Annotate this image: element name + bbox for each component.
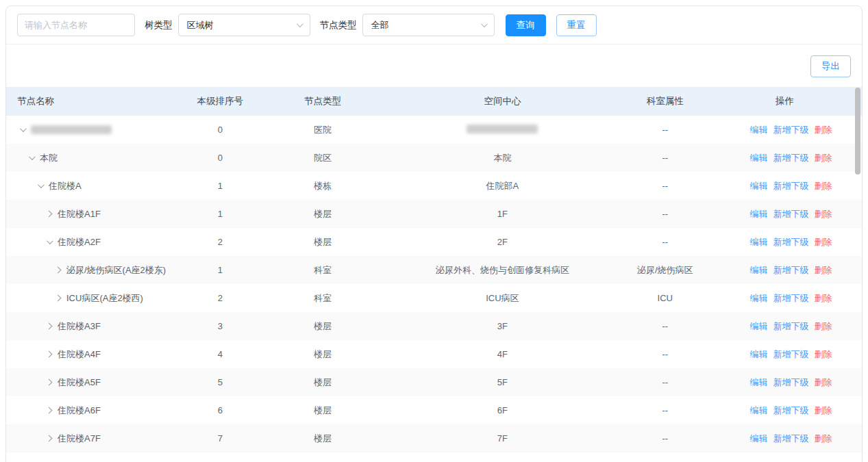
delete-link[interactable]: 删除 <box>815 377 832 387</box>
node-type-cell: 楼层 <box>263 424 383 452</box>
delete-link[interactable]: 删除 <box>815 209 832 219</box>
expand-icon[interactable] <box>46 211 53 218</box>
add-child-link[interactable]: 新增下级 <box>773 321 809 331</box>
delete-link[interactable]: 删除 <box>815 237 832 247</box>
export-button[interactable]: 导出 <box>810 55 851 77</box>
node-name-input[interactable] <box>17 14 135 36</box>
add-child-link[interactable]: 新增下级 <box>773 433 809 444</box>
actions-cell: 编辑新增下级删除 <box>708 116 862 144</box>
node-name: 住院楼A6F <box>58 405 101 417</box>
node-type-cell: 医院 <box>263 116 383 144</box>
node-name: 住院楼A3F <box>58 320 101 333</box>
edit-link[interactable]: 编辑 <box>750 153 768 163</box>
node-name-cell: 本院 <box>6 144 177 172</box>
table-row: 住院楼A1楼栋住院部A--编辑新增下级删除 <box>6 172 862 200</box>
actions-cell: 编辑新增下级删除 <box>708 312 862 340</box>
scrollbar-thumb[interactable] <box>855 88 860 175</box>
table-row: 住院楼A6F6楼层6F--编辑新增下级删除 <box>6 396 862 424</box>
node-type-select[interactable]: 全部 <box>362 14 495 36</box>
table-row: 住院楼A1F1楼层1F--编辑新增下级删除 <box>6 200 862 228</box>
add-child-link[interactable]: 新增下级 <box>773 125 809 135</box>
delete-link[interactable]: 删除 <box>815 293 832 303</box>
edit-link[interactable]: 编辑 <box>750 405 768 415</box>
node-name-cell: 住院楼A2F <box>6 228 177 256</box>
dept-attr-cell: -- <box>622 144 708 172</box>
delete-link[interactable]: 删除 <box>815 265 832 275</box>
node-name-cell: 泌尿/烧伤病区(A座2楼东) <box>6 256 177 284</box>
expand-icon[interactable] <box>46 407 53 414</box>
dept-attr-cell: -- <box>622 312 708 340</box>
delete-link[interactable]: 删除 <box>815 433 832 444</box>
add-child-link[interactable]: 新增下级 <box>773 265 809 275</box>
tree-type-value: 区域树 <box>187 19 214 31</box>
delete-link[interactable]: 删除 <box>815 153 832 163</box>
reset-button[interactable]: 重置 <box>556 14 597 36</box>
expand-icon[interactable] <box>46 435 53 442</box>
search-button[interactable]: 查询 <box>506 14 546 36</box>
expand-icon[interactable] <box>55 295 62 302</box>
delete-link[interactable]: 删除 <box>815 125 832 135</box>
edit-link[interactable]: 编辑 <box>750 377 768 387</box>
edit-link[interactable]: 编辑 <box>750 349 768 359</box>
content-panel: 树类型 区域树 节点类型 全部 查询 重置 导出 节点名称 本级排序号 <box>5 5 863 462</box>
actions-cell: 编辑新增下级删除 <box>708 396 862 424</box>
delete-link[interactable]: 删除 <box>815 349 832 359</box>
dept-attr-cell: -- <box>622 228 708 256</box>
node-name: 泌尿/烧伤病区(A座2楼东) <box>66 264 166 277</box>
column-header-order: 本级排序号 <box>177 87 263 116</box>
node-type-cell: 科室 <box>263 284 383 312</box>
add-child-link[interactable]: 新增下级 <box>773 153 809 163</box>
tree-type-select[interactable]: 区域树 <box>178 14 310 36</box>
edit-link[interactable]: 编辑 <box>750 265 768 275</box>
order-cell: 2 <box>177 228 263 256</box>
tree-type-field: 树类型 区域树 <box>145 14 310 36</box>
node-name: 住院楼A2F <box>58 236 101 248</box>
edit-link[interactable]: 编辑 <box>750 433 768 444</box>
table-row: 泌尿/烧伤病区(A座2楼东)1科室泌尿外科、烧伤与创面修复科病区泌尿/烧伤病区编… <box>6 256 862 284</box>
edit-link[interactable]: 编辑 <box>750 321 768 331</box>
edit-link[interactable]: 编辑 <box>750 209 768 219</box>
add-child-link[interactable]: 新增下级 <box>773 237 809 247</box>
edit-link[interactable]: 编辑 <box>750 237 768 247</box>
tree-type-label: 树类型 <box>145 19 173 31</box>
collapse-icon[interactable] <box>47 238 53 244</box>
node-name: ICU病区(A座2楼西) <box>66 292 143 305</box>
table-row: 0医院--编辑新增下级删除 <box>6 116 862 144</box>
node-name-cell: 住院楼A7F <box>6 424 177 452</box>
dept-attr-cell: -- <box>622 340 708 368</box>
delete-link[interactable]: 删除 <box>815 405 832 415</box>
expand-icon[interactable] <box>55 267 62 274</box>
edit-link[interactable]: 编辑 <box>750 125 768 135</box>
redacted-node-name <box>31 125 112 134</box>
add-child-link[interactable]: 新增下级 <box>773 209 809 219</box>
table-row: 住院楼A4F4楼层4F--编辑新增下级删除 <box>6 340 862 368</box>
node-type-cell: 院区 <box>263 144 383 172</box>
add-child-link[interactable]: 新增下级 <box>773 349 809 359</box>
edit-link[interactable]: 编辑 <box>750 181 768 191</box>
table-row: 本院0院区本院--编辑新增下级删除 <box>6 144 862 172</box>
expand-icon[interactable] <box>46 379 53 386</box>
expand-icon[interactable] <box>46 351 53 358</box>
collapse-icon[interactable] <box>29 153 36 160</box>
delete-link[interactable]: 删除 <box>815 321 832 331</box>
dept-attr-cell: -- <box>622 396 708 424</box>
collapse-icon[interactable] <box>38 181 45 188</box>
redacted-space-center <box>467 125 538 133</box>
table-row: 住院楼A5F5楼层5F--编辑新增下级删除 <box>6 368 862 396</box>
delete-link[interactable]: 删除 <box>815 181 832 191</box>
add-child-link[interactable]: 新增下级 <box>773 293 809 303</box>
add-child-link[interactable]: 新增下级 <box>773 405 809 415</box>
actions-cell: 编辑新增下级删除 <box>708 144 862 172</box>
actions-cell: 编辑新增下级删除 <box>708 256 862 284</box>
edit-link[interactable]: 编辑 <box>750 293 768 303</box>
order-cell: 2 <box>177 284 263 312</box>
expand-icon[interactable] <box>46 323 53 330</box>
node-type-cell: 科室 <box>263 256 383 284</box>
column-header-node-type: 节点类型 <box>263 87 383 116</box>
add-child-link[interactable]: 新增下级 <box>773 377 809 387</box>
add-child-link[interactable]: 新增下级 <box>773 181 809 191</box>
node-name: 住院楼A5F <box>58 376 101 389</box>
table-row: 住院楼A2F2楼层2F--编辑新增下级删除 <box>6 228 862 256</box>
collapse-icon[interactable] <box>20 125 27 132</box>
space-center-cell: 3F <box>383 312 623 340</box>
